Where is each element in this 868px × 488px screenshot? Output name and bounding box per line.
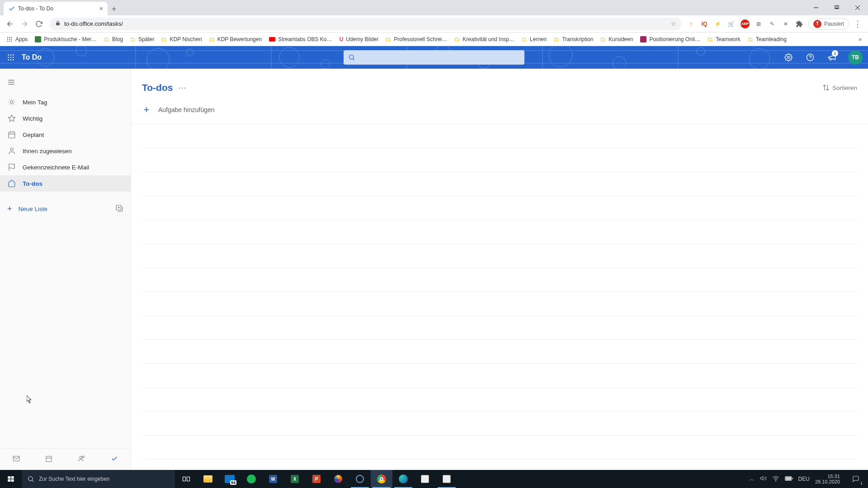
folder-icon: 🗀 xyxy=(209,36,215,42)
ext-icon-abp[interactable]: ABP xyxy=(741,19,750,28)
add-task-input[interactable]: + Aufgabe hinzufügen xyxy=(131,100,868,124)
extensions-button[interactable] xyxy=(795,19,804,28)
ext-icon-cart[interactable]: 🛒 xyxy=(727,19,736,28)
url-input[interactable]: to-do.office.com/tasks/ ☆ xyxy=(50,18,682,30)
sidebar-item-my-day[interactable]: Mein Tag xyxy=(0,94,131,110)
battery-icon-button[interactable] xyxy=(785,476,793,483)
task-slot xyxy=(142,388,857,412)
chrome-button[interactable] xyxy=(371,470,392,488)
tray-overflow-button[interactable]: ︿ xyxy=(749,475,755,483)
bookmark-item[interactable]: 🗀Teamwork xyxy=(705,34,743,45)
edge-button[interactable] xyxy=(392,470,414,488)
todo-app-button[interactable] xyxy=(111,455,118,464)
settings-button[interactable] xyxy=(778,47,799,68)
reload-button[interactable] xyxy=(33,18,45,30)
ext-icon-picker[interactable]: ✎ xyxy=(768,19,777,28)
bookmark-item[interactable]: UUdemy Bilder xyxy=(337,34,382,45)
svg-point-24 xyxy=(697,47,705,56)
bookmarks-overflow-button[interactable]: » xyxy=(856,36,864,42)
people-app-button[interactable] xyxy=(78,455,85,464)
ext-icon-iq[interactable]: IQ xyxy=(700,19,709,28)
sidebar-item-important[interactable]: Wichtig xyxy=(0,110,131,127)
bookmark-item[interactable]: Streamlabs OBS Ko… xyxy=(266,34,335,45)
calendar-app-button[interactable] xyxy=(45,455,52,464)
svg-point-73 xyxy=(82,456,84,458)
profile-avatar-icon: T xyxy=(813,20,821,28)
bookmark-item[interactable]: 🗀Teamleading xyxy=(745,34,789,45)
clock-button[interactable]: 15:31 28.10.2020 xyxy=(815,474,840,484)
window-maximize-button[interactable] xyxy=(826,0,847,15)
sidebar-item-planned[interactable]: Geplant xyxy=(0,127,131,143)
whats-new-button[interactable]: 1 xyxy=(821,47,843,68)
spotify-button[interactable] xyxy=(241,470,262,488)
ext-icon-grid[interactable]: ⊞ xyxy=(754,19,763,28)
browser-tab[interactable]: To-dos - To Do × xyxy=(4,2,108,15)
bookmark-item[interactable]: 🗀KDP Bewertungen xyxy=(207,34,265,45)
app-button[interactable] xyxy=(414,470,436,488)
bookmark-item[interactable]: 🗀Lernen xyxy=(519,34,549,45)
new-list-button[interactable]: + Neue Liste xyxy=(0,199,131,219)
forward-button[interactable] xyxy=(18,18,31,30)
svg-point-9 xyxy=(9,38,10,39)
word-button[interactable]: W xyxy=(262,470,284,488)
search-input[interactable] xyxy=(344,50,524,65)
bookmark-item[interactable]: 🗀Blog xyxy=(101,34,126,45)
window-minimize-button[interactable] xyxy=(806,0,826,15)
new-tab-button[interactable]: + xyxy=(108,3,120,15)
user-avatar-button[interactable]: TB xyxy=(848,50,863,65)
task-view-button[interactable] xyxy=(175,470,197,488)
bookmark-label: Kursideen xyxy=(609,36,633,42)
svg-point-6 xyxy=(9,37,10,38)
ext-icon-bolt[interactable]: ⚡ xyxy=(713,19,722,28)
back-button[interactable] xyxy=(4,18,16,30)
obs-button[interactable] xyxy=(349,470,371,488)
profile-chip[interactable]: T Pausiert xyxy=(808,18,849,30)
sound-icon-button[interactable] xyxy=(760,475,767,483)
ext-icon-arrows[interactable]: ✕ xyxy=(781,19,790,28)
bookmark-item[interactable]: 🗀Kreativität und Insp… xyxy=(452,34,517,45)
apps-button[interactable]: Apps xyxy=(4,34,30,45)
file-explorer-button[interactable] xyxy=(197,470,219,488)
powerpoint-button[interactable]: P xyxy=(306,470,327,488)
app-button[interactable] xyxy=(436,470,458,488)
sidebar-item-flagged[interactable]: Gekennzeichnete E-Mail xyxy=(0,159,131,175)
action-center-button[interactable]: 1 xyxy=(845,470,866,488)
bookmark-item[interactable]: 🗀KDP Nischen xyxy=(159,34,204,45)
window-close-button[interactable] xyxy=(847,0,868,15)
browser-menu-button[interactable]: ⋮ xyxy=(854,19,862,29)
ext-icon-1[interactable]: ↑ xyxy=(686,19,695,28)
language-indicator[interactable]: DEU xyxy=(798,476,810,482)
app-launcher-button[interactable] xyxy=(0,47,22,68)
mail-app-button[interactable] xyxy=(13,455,20,464)
list-options-button[interactable]: ⋯ xyxy=(178,83,186,93)
sidebar-toggle-button[interactable] xyxy=(0,73,131,91)
browser-title-bar: To-dos - To Do × + xyxy=(0,0,868,15)
bookmark-item[interactable]: 🗀Professionell Schrei… xyxy=(383,34,450,45)
help-button[interactable] xyxy=(799,47,821,68)
start-button[interactable] xyxy=(0,470,22,488)
bookmark-star-icon[interactable]: ☆ xyxy=(671,20,676,27)
question-icon xyxy=(806,53,814,61)
sort-button[interactable]: Sortieren xyxy=(822,84,857,91)
app-button[interactable] xyxy=(327,470,349,488)
bookmark-item[interactable]: 🗀Transkription xyxy=(551,34,596,45)
windows-search-input[interactable]: Zur Suche Text hier eingeben xyxy=(22,470,175,488)
sidebar-item-assigned[interactable]: Ihnen zugewiesen xyxy=(0,143,131,159)
mail-app-button[interactable]: 94 xyxy=(219,470,241,488)
excel-button[interactable]: X xyxy=(284,470,306,488)
new-group-button[interactable] xyxy=(115,204,123,214)
sidebar-item-todos[interactable]: To-dos xyxy=(0,175,131,192)
svg-point-18 xyxy=(279,47,299,67)
sidebar-item-label: Ihnen zugewiesen xyxy=(23,148,72,155)
sun-icon xyxy=(7,98,16,106)
bookmark-item[interactable]: Produktsuche - Mer… xyxy=(32,34,99,45)
svg-point-25 xyxy=(749,48,770,69)
search-icon xyxy=(27,475,34,483)
tab-close-icon[interactable]: × xyxy=(99,5,103,12)
task-slot xyxy=(142,220,857,244)
wifi-icon-button[interactable] xyxy=(772,475,779,483)
bookmark-item[interactable]: Positionierung Onli… xyxy=(637,34,703,45)
bookmark-item[interactable]: 🗀Kursideen xyxy=(598,34,636,45)
bookmark-label: Produktsuche - Mer… xyxy=(44,36,97,42)
bookmark-item[interactable]: 🗀Später xyxy=(127,34,157,45)
